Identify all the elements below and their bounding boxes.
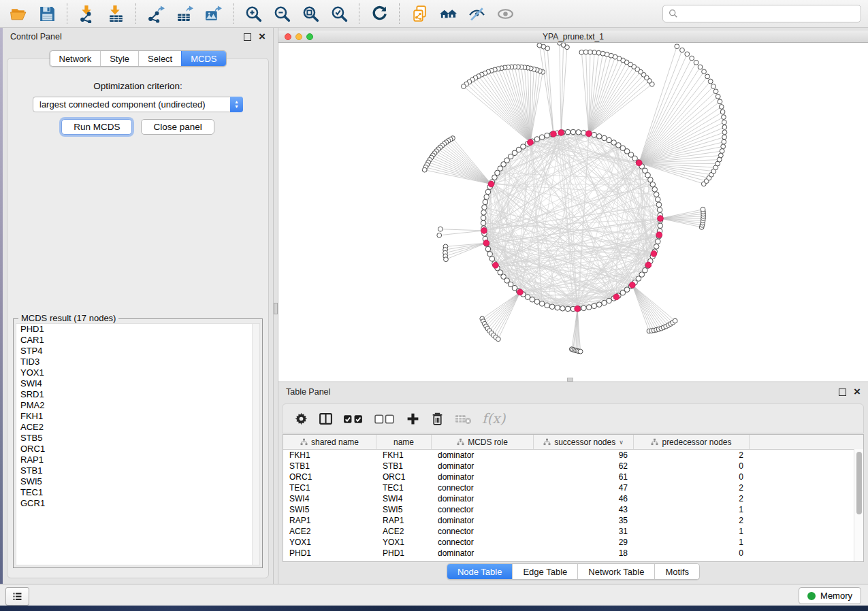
mcds-list-scrollbar[interactable] <box>252 324 259 565</box>
tab-edge-table[interactable]: Edge Table <box>512 564 577 579</box>
cell-successor-nodes: 43 <box>534 505 634 514</box>
column-header-mcds-role[interactable]: MCDS role <box>432 435 534 449</box>
table-row[interactable]: RAP1RAP1dominator352 <box>283 515 863 526</box>
zoom-in-icon <box>244 5 263 23</box>
zoom-in-button[interactable] <box>240 2 266 25</box>
cell-name: ORC1 <box>376 472 432 482</box>
cell-shared-name: TEC1 <box>283 483 376 493</box>
mcds-result-item[interactable]: SWI4 <box>16 378 259 389</box>
vertical-splitter-handle[interactable] <box>274 303 278 314</box>
cell-name: RAP1 <box>376 516 432 525</box>
cell-name: SWI5 <box>376 505 432 514</box>
zoom-selected-button[interactable] <box>326 2 352 25</box>
cell-predecessor-nodes: 2 <box>634 494 750 503</box>
close-panel-button[interactable]: Close panel <box>141 119 214 135</box>
split-view-button[interactable] <box>315 406 336 431</box>
mcds-result-item[interactable]: FKH1 <box>16 411 259 422</box>
table-row[interactable]: ORC1ORC1dominator610 <box>283 472 863 482</box>
float-table-panel-icon[interactable] <box>839 389 846 396</box>
column-type-icon <box>457 438 464 446</box>
mcds-result-item[interactable]: ACE2 <box>16 422 259 433</box>
node-table-header: shared namenameMCDS rolesuccessor nodes∨… <box>283 435 863 450</box>
table-row[interactable]: ACE2ACE2connector311 <box>283 526 863 537</box>
maximize-window-icon[interactable] <box>306 33 313 40</box>
zoom-fit-button[interactable] <box>298 2 323 25</box>
table-row[interactable]: FKH1FKH1dominator962 <box>283 450 863 461</box>
delete-column-button[interactable] <box>427 406 448 431</box>
tab-select[interactable]: Select <box>138 51 181 66</box>
tab-style[interactable]: Style <box>100 51 138 66</box>
table-row[interactable]: SWI4SWI4dominator462 <box>283 493 863 504</box>
table-row[interactable]: YOX1YOX1connector291 <box>283 537 863 548</box>
cell-predecessor-nodes: 2 <box>634 450 750 460</box>
first-neighbors-button[interactable] <box>435 2 461 25</box>
mcds-result-item[interactable]: GCR1 <box>16 498 259 509</box>
mcds-result-item[interactable]: RAP1 <box>16 455 259 465</box>
search-box[interactable] <box>662 5 861 22</box>
close-table-panel-icon[interactable]: × <box>854 388 861 396</box>
table-row[interactable]: PHD1PHD1dominator180 <box>283 548 863 559</box>
tab-motifs[interactable]: Motifs <box>654 564 699 579</box>
mcds-result-item[interactable]: TID3 <box>16 357 259 367</box>
minimize-window-icon[interactable] <box>295 33 302 40</box>
export-table-button[interactable] <box>172 2 197 25</box>
column-header-successor-nodes[interactable]: successor nodes∨ <box>534 435 634 449</box>
float-window-icon[interactable] <box>244 33 251 41</box>
tab-network[interactable]: Network <box>50 51 100 66</box>
mcds-result-item[interactable]: SRD1 <box>16 389 259 400</box>
function-builder-button[interactable]: f(x) <box>479 406 509 431</box>
close-panel-icon[interactable]: × <box>259 33 266 41</box>
cell-successor-nodes: 46 <box>534 494 634 503</box>
save-session-button[interactable] <box>34 2 60 25</box>
open-file-button[interactable] <box>5 2 31 25</box>
mcds-result-item[interactable]: PMA2 <box>16 400 259 411</box>
table-scrollbar[interactable] <box>854 449 863 561</box>
export-network-button[interactable] <box>143 2 169 25</box>
show-all-button[interactable] <box>492 2 518 25</box>
settings-button[interactable] <box>291 406 312 431</box>
close-window-icon[interactable] <box>285 33 291 40</box>
memory-button[interactable]: Memory <box>799 587 861 604</box>
refresh-network-button[interactable] <box>366 2 392 25</box>
import-network-button[interactable] <box>74 2 100 25</box>
cell-mcds-role: dominator <box>432 472 534 482</box>
table-row[interactable]: SWI5SWI5connector431 <box>283 504 863 515</box>
mcds-result-item[interactable]: STB1 <box>16 465 259 476</box>
horizontal-splitter-handle[interactable] <box>567 378 573 382</box>
mcds-result-item[interactable]: TEC1 <box>16 487 259 498</box>
zoom-out-button[interactable] <box>269 2 295 25</box>
mcds-result-item[interactable]: SWI5 <box>16 476 259 487</box>
mcds-result-item[interactable]: ORC1 <box>16 444 259 455</box>
column-header-name[interactable]: name <box>376 435 432 449</box>
tab-mcds[interactable]: MCDS <box>181 51 225 66</box>
export-image-button[interactable] <box>200 2 226 25</box>
column-header-shared-name[interactable]: shared name <box>283 435 376 449</box>
network-canvas[interactable] <box>278 43 868 381</box>
search-input[interactable] <box>682 8 855 20</box>
tab-node-table[interactable]: Node Table <box>447 564 513 579</box>
table-row[interactable]: TEC1TEC1connector472 <box>283 482 863 493</box>
delete-table-button[interactable] <box>451 406 475 431</box>
table-scrollbar-thumb[interactable] <box>856 452 862 514</box>
vertical-splitter[interactable] <box>273 28 278 584</box>
network-from-selection-button[interactable] <box>406 2 432 25</box>
add-column-button[interactable] <box>402 406 423 431</box>
mcds-result-list[interactable]: PHD1CAR1STP4TID3YOX1SWI4SRD1PMA2FKH1ACE2… <box>16 323 260 565</box>
mcds-result-item[interactable]: YOX1 <box>16 367 259 378</box>
hide-selected-button[interactable] <box>464 2 489 25</box>
task-history-button[interactable] <box>5 587 29 606</box>
mcds-result-item[interactable]: PHD1 <box>16 324 259 335</box>
table-row[interactable]: STB1STB1dominator620 <box>283 461 863 472</box>
run-mcds-button[interactable]: Run MCDS <box>61 119 132 135</box>
select-all-checkboxes-button[interactable] <box>340 406 368 431</box>
criterion-dropdown[interactable]: largest connected component (undirected)… <box>33 97 243 112</box>
deselect-all-checkboxes-button[interactable] <box>371 406 399 431</box>
mcds-result-item[interactable]: STB5 <box>16 433 259 444</box>
import-table-button[interactable] <box>103 2 129 25</box>
mcds-result-item[interactable]: CAR1 <box>16 335 259 346</box>
mcds-result-item[interactable]: STP4 <box>16 346 259 357</box>
column-header-predecessor-nodes[interactable]: predecessor nodes <box>634 435 750 449</box>
tab-network-table[interactable]: Network Table <box>577 564 654 579</box>
network-graph[interactable] <box>278 43 868 381</box>
network-window-titlebar[interactable]: YPA_prune.txt_1 <box>278 31 868 43</box>
